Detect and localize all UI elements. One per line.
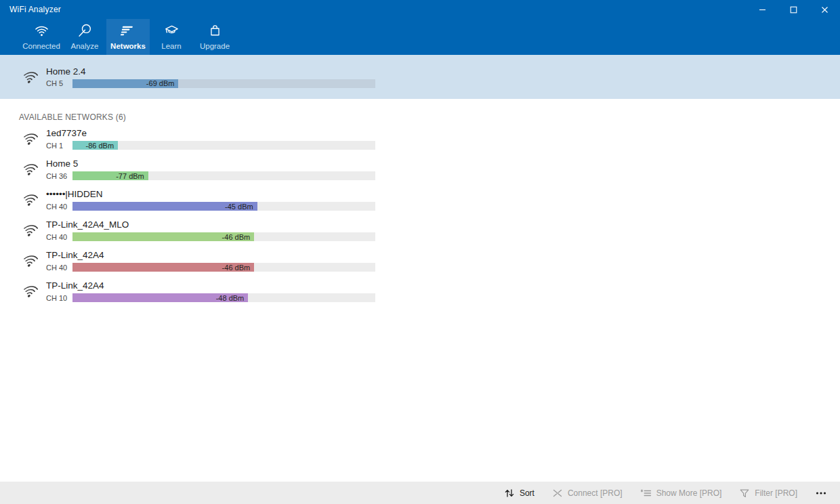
close-button[interactable]: [809, 0, 840, 19]
signal-dbm-label: -46 dBm: [222, 233, 251, 241]
network-row[interactable]: TP-Link_42A4_MLO CH 40 -46 dBm: [0, 219, 840, 241]
window-controls: [747, 0, 840, 19]
signal-dbm-label: -46 dBm: [222, 264, 251, 272]
filter-button[interactable]: Filter [PRO]: [739, 488, 797, 499]
network-list-icon: [121, 24, 135, 39]
signal-strength-fill: -86 dBm: [72, 141, 118, 150]
tab-label: Upgrade: [200, 42, 230, 50]
connect-icon: [552, 488, 563, 499]
signal-strength-fill: -77 dBm: [72, 171, 148, 180]
network-ssid: Home 5: [46, 159, 375, 169]
command-label: Connect [PRO]: [568, 488, 623, 498]
wifi-signal-icon: [20, 161, 38, 178]
signal-strength-fill: -48 dBm: [72, 293, 248, 302]
tab-networks[interactable]: Networks: [106, 19, 150, 55]
network-channel: CH 40: [46, 203, 72, 211]
sort-arrows-icon: [504, 488, 515, 499]
wifi-icon: [34, 23, 49, 39]
signal-dbm-label: -48 dBm: [216, 294, 245, 302]
network-channel: CH 1: [46, 142, 72, 150]
network-channel: CH 40: [46, 233, 72, 241]
network-ssid: TP-Link_42A4: [46, 280, 375, 291]
signal-dbm-label: -86 dBm: [85, 142, 114, 150]
show-more-icon: [640, 488, 652, 499]
tab-label: Networks: [110, 42, 146, 50]
tab-learn[interactable]: Learn: [150, 19, 193, 55]
network-channel: CH 5: [46, 79, 72, 87]
network-ssid: 1ed7737e: [46, 128, 375, 139]
close-icon: [821, 6, 828, 14]
wifi-analyzer-window: WiFi Analyzer Connected Analyze: [0, 0, 840, 504]
signal-strength-bar: -46 dBm: [72, 232, 375, 241]
tab-label: Learn: [161, 42, 181, 50]
signal-dbm-label: -77 dBm: [116, 172, 144, 180]
network-list: 1ed7737e CH 1 -86 dBm Home 5: [0, 128, 840, 302]
signal-strength-bar: -77 dBm: [72, 171, 375, 180]
signal-dbm-label: -69 dBm: [146, 79, 175, 87]
command-label: Filter [PRO]: [755, 488, 797, 498]
signal-strength-fill: -46 dBm: [72, 263, 254, 272]
command-label: Show More [PRO]: [656, 488, 722, 498]
title-bar: WiFi Analyzer: [0, 0, 840, 19]
signal-strength-bar: -45 dBm: [72, 202, 375, 211]
more-ellipsis-icon: [815, 488, 827, 499]
network-ssid: Home 2.4: [46, 66, 375, 77]
magnifier-icon: [77, 23, 93, 39]
signal-strength-fill: -46 dBm: [72, 232, 254, 241]
signal-dbm-label: -45 dBm: [225, 203, 253, 211]
tab-analyze[interactable]: Analyze: [63, 19, 106, 55]
signal-strength-fill: -45 dBm: [72, 202, 257, 211]
nav-bar: Connected Analyze Networks: [0, 19, 840, 55]
signal-strength-bar: -46 dBm: [72, 263, 375, 272]
maximize-button[interactable]: [778, 0, 809, 19]
maximize-icon: [790, 6, 797, 14]
shopping-bag-icon: [207, 23, 223, 39]
wifi-signal-icon: [20, 191, 38, 209]
network-row[interactable]: 1ed7737e CH 1 -86 dBm: [0, 128, 840, 150]
network-channel: CH 40: [46, 264, 72, 272]
tab-upgrade[interactable]: Upgrade: [193, 19, 236, 55]
tab-connected[interactable]: Connected: [20, 19, 63, 55]
graduation-cap-icon: [164, 23, 180, 39]
network-row[interactable]: Home 5 CH 36 -77 dBm: [0, 159, 840, 180]
wifi-signal-icon: [20, 282, 38, 300]
network-row[interactable]: TP-Link_42A4 CH 40 -46 dBm: [0, 250, 840, 272]
wifi-signal-icon: [20, 222, 38, 239]
network-row[interactable]: ••••••|HIDDEN CH 40 -45 dBm: [0, 189, 840, 211]
signal-strength-bar: -86 dBm: [72, 141, 375, 150]
more-button[interactable]: [815, 488, 832, 499]
filter-funnel-icon: [739, 488, 750, 499]
wifi-signal-icon: [20, 130, 38, 148]
signal-strength-bar: -48 dBm: [72, 293, 375, 302]
wifi-signal-icon: [20, 252, 38, 270]
network-ssid: TP-Link_42A4_MLO: [46, 219, 375, 230]
tab-label: Connected: [22, 42, 60, 50]
minimize-icon: [759, 6, 766, 14]
show-more-button[interactable]: Show More [PRO]: [640, 488, 722, 499]
network-ssid: TP-Link_42A4: [46, 250, 375, 261]
bottom-command-bar: Sort Connect [PRO] Show More [PRO] Filte…: [0, 482, 840, 504]
connected-network-row[interactable]: Home 2.4 CH 5 -69 dBm: [0, 55, 840, 99]
signal-strength-fill: -69 dBm: [72, 79, 178, 88]
connect-button[interactable]: Connect [PRO]: [552, 488, 623, 499]
command-label: Sort: [520, 488, 534, 498]
network-ssid: ••••••|HIDDEN: [46, 189, 375, 200]
network-channel: CH 10: [46, 294, 72, 302]
app-title: WiFi Analyzer: [0, 5, 61, 14]
available-networks-heading: AVAILABLE NETWORKS (6): [19, 112, 840, 122]
sort-button[interactable]: Sort: [504, 488, 534, 499]
minimize-button[interactable]: [747, 0, 778, 19]
signal-strength-bar: -69 dBm: [72, 79, 375, 88]
wifi-signal-icon: [20, 68, 38, 86]
tab-label: Analyze: [71, 42, 99, 50]
network-row[interactable]: TP-Link_42A4 CH 10 -48 dBm: [0, 280, 840, 302]
network-channel: CH 36: [46, 172, 72, 180]
